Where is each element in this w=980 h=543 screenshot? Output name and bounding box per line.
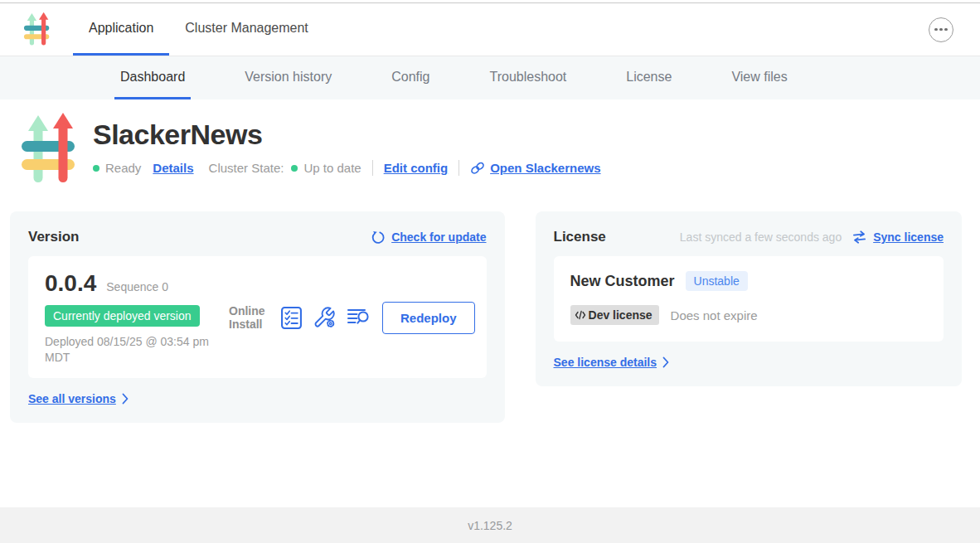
version-actions: Online Install [229, 302, 475, 334]
see-license-details-label: See license details [554, 356, 657, 369]
app-state-text: Ready [105, 161, 141, 175]
tab-cluster-management-label: Cluster Management [185, 21, 308, 36]
subnav-config-label: Config [391, 70, 429, 85]
subnav-dashboard-label: Dashboard [120, 70, 185, 85]
tab-application-label: Application [89, 21, 153, 36]
version-info: 0.0.4 Sequence 0 Currently deployed vers… [45, 270, 229, 366]
license-card-title: License [554, 229, 606, 245]
page-title: SlackerNews [93, 119, 601, 151]
open-app-label: Open Slackernews [490, 161, 600, 175]
deployed-timestamp: Deployed 08/15/25 @ 03:54 pm MDT [45, 334, 223, 366]
divider [458, 160, 459, 176]
refresh-icon [371, 230, 386, 245]
current-version-panel: 0.0.4 Sequence 0 Currently deployed vers… [28, 256, 487, 378]
license-type-label: Dev license [589, 308, 653, 322]
subnav-tab-config[interactable]: Config [386, 56, 435, 99]
redeploy-button[interactable]: Redeploy [382, 302, 475, 334]
code-brackets-icon [575, 310, 586, 320]
app-logo-large-icon [20, 113, 83, 187]
subnav-version-history-label: Version history [245, 70, 332, 85]
dashboard-main: SlackerNews Ready Details Cluster State:… [0, 99, 980, 507]
subnav-tab-license[interactable]: License [620, 56, 677, 99]
check-for-update-link[interactable]: Check for update [371, 230, 486, 245]
app-status-row: Ready Details Cluster State: Up to date … [93, 160, 601, 176]
console-version-text: v1.125.2 [468, 519, 512, 532]
chevron-right-icon [662, 356, 669, 368]
see-license-details-link[interactable]: See license details [554, 356, 670, 369]
install-type-text: Online Install [229, 304, 270, 332]
check-for-update-label: Check for update [391, 230, 486, 244]
app-subnav: Dashboard Version history Config Trouble… [0, 56, 980, 99]
version-card: Version Check for update 0.0.4 [10, 211, 505, 423]
license-card: License Last synced a few seconds ago Sy… [536, 211, 962, 386]
license-type-badge: Dev license [570, 305, 659, 325]
subnav-license-label: License [626, 70, 672, 85]
checklist-icon [281, 307, 302, 329]
wrench-gear-icon [313, 306, 336, 329]
sync-license-label: Sync license [873, 230, 944, 244]
preflight-checks-button[interactable] [281, 307, 302, 329]
details-link[interactable]: Details [153, 161, 193, 175]
subnav-tab-dashboard[interactable]: Dashboard [114, 56, 191, 99]
divider [372, 160, 373, 176]
console-footer: v1.125.2 [0, 507, 980, 543]
version-card-header: Version Check for update [28, 229, 487, 245]
app-title-block: SlackerNews Ready Details Cluster State:… [93, 113, 601, 187]
more-menu-button[interactable] [929, 17, 953, 42]
version-number: 0.0.4 [45, 270, 96, 297]
license-panel: New Customer Unstable Dev license Does n… [554, 256, 944, 342]
version-card-title: Version [28, 229, 79, 245]
lines-magnifier-icon [347, 308, 371, 327]
app-logo-icon [23, 12, 53, 48]
channel-badge: Unstable [686, 271, 748, 291]
tab-application[interactable]: Application [73, 3, 169, 56]
chain-link-icon [470, 162, 485, 175]
license-type-row: Dev license Does not expire [570, 305, 927, 325]
main-nav: Application Cluster Management [0, 3, 980, 56]
open-app-link[interactable]: Open Slackernews [470, 161, 600, 175]
license-card-header: License Last synced a few seconds ago Sy… [554, 229, 944, 245]
subnav-tab-version-history[interactable]: Version history [239, 56, 337, 99]
dashboard-cards: Version Check for update 0.0.4 [0, 187, 980, 423]
view-diff-button[interactable] [347, 308, 371, 327]
deployed-badge: Currently deployed version [45, 305, 200, 327]
license-expiry-text: Does not expire [671, 308, 758, 322]
version-sequence: Sequence 0 [106, 280, 168, 293]
subnav-troubleshoot-label: Troubleshoot [489, 70, 566, 85]
see-all-versions-link[interactable]: See all versions [28, 392, 129, 405]
sync-license-link[interactable]: Sync license [851, 230, 944, 244]
cluster-state-dot-icon [291, 165, 298, 172]
last-synced-text: Last synced a few seconds ago [680, 230, 842, 244]
subnav-view-files-label: View files [731, 70, 787, 85]
edit-config-link[interactable]: Edit config [384, 161, 449, 175]
app-ready-dot-icon [93, 165, 99, 172]
customer-name: New Customer [570, 273, 675, 290]
main-nav-tabs: Application Cluster Management [73, 3, 324, 56]
sync-arrows-icon [851, 230, 867, 244]
cluster-state-text: Up to date [303, 161, 361, 175]
license-customer-row: New Customer Unstable [570, 271, 927, 291]
edit-config-button[interactable] [313, 306, 336, 329]
see-all-versions-label: See all versions [28, 392, 116, 405]
tab-cluster-management[interactable]: Cluster Management [169, 3, 324, 56]
chevron-right-icon [122, 393, 129, 405]
admin-console-page: Application Cluster Management Dashboard… [0, 0, 980, 543]
ellipsis-icon [934, 28, 938, 32]
subnav-tab-troubleshoot[interactable]: Troubleshoot [483, 56, 572, 99]
subnav-tab-view-files[interactable]: View files [725, 56, 793, 99]
cluster-state-label: Cluster State: [209, 161, 284, 175]
app-header: SlackerNews Ready Details Cluster State:… [0, 99, 980, 187]
